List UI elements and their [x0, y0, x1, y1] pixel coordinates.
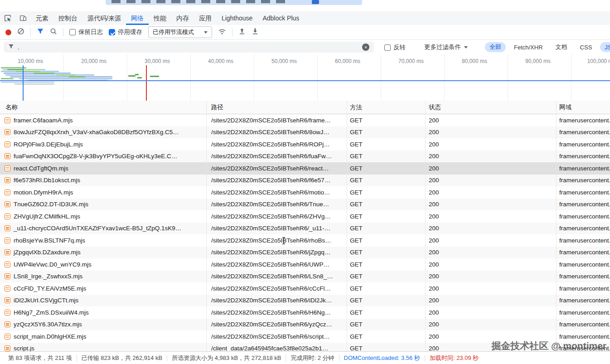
request-path: /sites/2D2X8Z0mSCE2o5IBTsehR6/script…: [211, 333, 330, 340]
request-name-cell: H6Ng7_ZmS.DSxuiiW4.mjs: [0, 306, 206, 319]
disable-cache-checkbox[interactable]: 停用缓存: [109, 28, 142, 36]
clear-filter-icon[interactable]: ×: [362, 44, 369, 51]
request-row[interactable]: motion.DfymH9rA.mjs /sites/2D2X8Z0mSCE2o…: [0, 186, 610, 199]
devtools-tab[interactable]: 元素: [31, 11, 53, 25]
devtools-tab[interactable]: 性能: [149, 11, 171, 25]
more-filters-label: 更多过滤条件: [424, 43, 461, 51]
request-method: GET: [350, 333, 363, 340]
devtools-tab[interactable]: 控制台: [53, 11, 82, 25]
request-row[interactable]: _u11-chcrycCOArd5UnTXEAZtFYxav1wcE-B5J_t…: [0, 223, 610, 235]
request-domain-cell: framerusercontent.com: [556, 223, 610, 235]
filter-toggle-icon[interactable]: [37, 28, 44, 37]
request-status-cell: 200: [425, 150, 556, 163]
devtools-tab[interactable]: 应用: [194, 11, 217, 25]
column-divider[interactable]: [556, 101, 557, 351]
record-button[interactable]: [5, 29, 11, 35]
waterfall-bar: [1, 82, 54, 83]
ruler-label: 20,000 ms: [73, 58, 114, 64]
filter-pill[interactable]: 文档: [551, 42, 572, 52]
column-header-name[interactable]: 名称: [0, 103, 206, 112]
filter-pill[interactable]: JS: [600, 42, 610, 52]
request-name: script_main.D0hlgHXE.mjs: [14, 333, 87, 340]
status-item: DOMContentLoaded: 3.56 秒: [339, 354, 425, 362]
inspect-icon[interactable]: [0, 11, 15, 25]
script-file-icon: [5, 153, 10, 159]
request-row[interactable]: react.CdTgftQm.mjs /sites/2D2X8Z0mSCE2o5…: [0, 162, 610, 175]
ruler-label: 60,000 ms: [327, 58, 368, 64]
filter-pill[interactable]: Fetch/XHR: [509, 42, 547, 52]
filter-pill[interactable]: CSS: [576, 42, 597, 52]
request-method: GET: [350, 285, 363, 292]
script-file-icon: [5, 345, 10, 351]
request-status: 200: [429, 273, 439, 280]
request-path-cell: /sites/2D2X8Z0mSCE2o5IBTsehR6/H6Ng…: [206, 306, 347, 319]
network-conditions-icon[interactable]: [218, 28, 226, 37]
request-method: GET: [350, 273, 363, 280]
devtools-tab[interactable]: 内存: [171, 11, 194, 25]
devtools-tab[interactable]: 网络: [126, 11, 149, 25]
throttling-select[interactable]: 已停用节流模式: [148, 26, 212, 38]
chevron-down-icon: [204, 31, 208, 34]
request-row[interactable]: yzQczX5Y6.30A7tlzx.mjs /sites/2D2X8Z0mSC…: [0, 319, 610, 331]
request-row[interactable]: H6Ng7_ZmS.DSxuiiW4.mjs /sites/2D2X8Z0mSC…: [0, 306, 610, 319]
request-row[interactable]: fuaFwnOqNX3OCpgZ8-V-jk3BvyYPY5uGEg-oKHLy…: [0, 150, 610, 163]
request-row[interactable]: LSn8_lrge._ZswhxxS.mjs /sites/2D2X8Z0mSC…: [0, 271, 610, 283]
request-row[interactable]: ZHVgUjfrZ.CMilfkHL.mjs /sites/2D2X8Z0mSC…: [0, 210, 610, 223]
request-row[interactable]: iDl2JkUrI.CSVjgCTt.mjs /sites/2D2X8Z0mSC…: [0, 295, 610, 307]
invert-checkbox[interactable]: 反转: [384, 44, 406, 52]
request-row[interactable]: cCcFlD_TY.EAiVzM5E.mjs /sites/2D2X8Z0mSC…: [0, 282, 610, 295]
request-method: GET: [350, 165, 363, 172]
request-row[interactable]: rhoBsjeYw.BSLTNF7q.mjs /sites/2D2X8Z0mSC…: [0, 234, 610, 247]
request-path: /sites/2D2X8Z0mSCE2o5IBTsehR6/motio…: [211, 189, 330, 196]
column-divider[interactable]: [206, 101, 207, 351]
request-row[interactable]: jZpgqvlXb.DZaxdure.mjs /sites/2D2X8Z0mSC…: [0, 247, 610, 259]
column-header-path[interactable]: 路径: [206, 103, 347, 112]
script-file-icon: [5, 141, 10, 147]
network-overview[interactable]: 10,000 ms20,000 ms30,000 ms40,000 ms50,0…: [0, 54, 610, 101]
column-header-status[interactable]: 状态: [425, 103, 556, 112]
request-path-cell: /sites/2D2X8Z0mSCE2o5IBTsehR6/react…: [206, 162, 347, 175]
filter-input[interactable]: . ×: [4, 42, 374, 53]
import-har-icon[interactable]: [238, 28, 246, 37]
preserve-log-checkbox[interactable]: 保留日志: [69, 28, 103, 36]
status-item: 所选资源大小为 4,983 kB，共 272,818 kB: [167, 354, 286, 362]
filter-value: .: [18, 44, 358, 51]
request-domain: framerusercontent.com: [559, 297, 610, 304]
script-file-icon: [5, 165, 10, 171]
devtools-tab[interactable]: 源代码/来源: [82, 11, 126, 25]
column-header-method[interactable]: 方法: [347, 103, 425, 112]
devtools-tab[interactable]: Adblock Plus: [257, 11, 304, 25]
request-method: GET: [350, 177, 363, 184]
search-icon[interactable]: [50, 28, 57, 37]
column-divider[interactable]: [347, 101, 347, 351]
request-domain: framerusercontent.com: [559, 237, 610, 244]
request-row[interactable]: ROPj0Fiw3.DEjEbujL.mjs /sites/2D2X8Z0mSC…: [0, 138, 610, 150]
request-name: _u11-chcrycCOArd5UnTXEAZtFYxav1wcE-B5J_t…: [14, 225, 181, 232]
request-name-cell: iDl2JkUrI.CSVjgCTt.mjs: [0, 295, 206, 307]
request-domain: framerusercontent.com: [559, 225, 610, 232]
request-row[interactable]: 8owJuzFZQ8qxXrxh_V3aV-xhaGakoD8DBzf5OYfz…: [0, 126, 610, 139]
request-domain-cell: framerusercontent.com: [556, 150, 610, 163]
request-path-cell: /sites/2D2X8Z0mSCE2o5IBTsehR6/cCcFl…: [206, 282, 347, 295]
clear-button[interactable]: [17, 28, 24, 37]
request-name: yzQczX5Y6.30A7tlzx.mjs: [14, 321, 82, 328]
waterfall-bar: [56, 74, 75, 76]
request-name: script.js: [14, 345, 34, 351]
request-row[interactable]: TnueGZ6O2.DT-ID3UK.mjs /sites/2D2X8Z0mSC…: [0, 199, 610, 211]
filter-pill[interactable]: 全部: [485, 42, 506, 52]
devtools-tab[interactable]: Lighthouse: [217, 11, 258, 25]
request-domain: framerusercontent.com: [559, 141, 610, 148]
text-cursor: [281, 237, 286, 247]
column-divider[interactable]: [425, 101, 426, 351]
request-status: 200: [429, 237, 439, 244]
request-status: 200: [429, 117, 439, 124]
export-har-icon[interactable]: [252, 28, 259, 37]
request-row[interactable]: UWP4leVwc.D0_wnYC9.mjs /sites/2D2X8Z0mSC…: [0, 258, 610, 271]
device-toolbar-icon[interactable]: [15, 11, 31, 25]
column-header-domain[interactable]: 网域: [556, 103, 610, 112]
request-row[interactable]: framer.C6faoamA.mjs /sites/2D2X8Z0mSCE2o…: [0, 114, 610, 126]
more-filters-dropdown[interactable]: 更多过滤条件: [424, 43, 468, 51]
request-row[interactable]: f6e573hRI.Db1oksct.mjs /sites/2D2X8Z0mSC…: [0, 175, 610, 187]
request-domain: framerusercontent.com: [559, 213, 610, 220]
request-method-cell: GET: [347, 282, 425, 295]
